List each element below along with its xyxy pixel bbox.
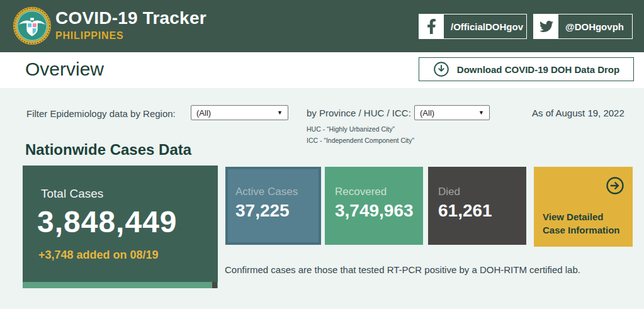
- facebook-link[interactable]: /OfficialDOHgov: [419, 14, 527, 39]
- total-cases-label: Total Cases: [41, 187, 103, 201]
- province-filter-dropdown[interactable]: (All) ▼: [414, 105, 490, 120]
- huc-definition-note: HUC - “Highly Urbanized City”: [307, 125, 395, 133]
- confirmed-cases-footnote: Confirmed cases are those that tested RT…: [225, 264, 580, 275]
- active-cases-value: 37,225: [235, 201, 290, 221]
- doh-seal-icon: [13, 6, 52, 45]
- total-card-scrollbar[interactable]: [23, 282, 218, 288]
- section-heading: Nationwide Cases Data: [25, 141, 191, 159]
- chevron-down-icon: ▼: [478, 110, 484, 116]
- scrollbar-thumb[interactable]: [212, 282, 217, 288]
- view-detailed-case-info-button[interactable]: View Detailed Case Information: [534, 167, 633, 247]
- chevron-down-icon: ▼: [277, 110, 283, 116]
- active-cases-card[interactable]: Active Cases 37,225: [225, 167, 321, 245]
- total-cases-card: Total Cases 3,848,449 +3,748 added on 08…: [23, 166, 218, 288]
- total-cases-delta: +3,748 added on 08/19: [38, 249, 159, 262]
- as-of-date: As of August 19, 2022: [532, 108, 624, 118]
- province-filter-label: by Province / HUC / ICC:: [307, 108, 411, 118]
- download-button-label: Download COVID-19 DOH Data Drop: [449, 64, 633, 75]
- app-title: COVID-19 Tracker: [55, 8, 206, 28]
- region-filter-dropdown[interactable]: (All) ▼: [191, 105, 288, 120]
- app-subtitle: PHILIPPINES: [55, 30, 206, 42]
- facebook-icon: [419, 14, 444, 38]
- twitter-link[interactable]: @DOHgovph: [533, 14, 633, 39]
- died-label: Died: [438, 186, 460, 198]
- died-card[interactable]: Died 61,261: [428, 167, 526, 245]
- download-data-drop-button[interactable]: Download COVID-19 DOH Data Drop: [419, 57, 634, 81]
- died-value: 61,261: [438, 201, 492, 221]
- active-cases-label: Active Cases: [235, 186, 298, 198]
- icc-definition-note: ICC - “Independent Component City”: [307, 137, 414, 144]
- recovered-label: Recovered: [335, 186, 387, 198]
- twitter-icon: [534, 14, 558, 38]
- total-cases-value: 3,848,449: [37, 205, 178, 239]
- recovered-value: 3,749,963: [335, 201, 414, 221]
- province-filter-value: (All): [420, 108, 434, 118]
- arrow-right-circle-icon: [606, 176, 624, 198]
- region-filter-value: (All): [196, 108, 211, 118]
- recovered-card[interactable]: Recovered 3,749,963: [325, 167, 423, 245]
- facebook-handle: /OfficialDOHgov: [444, 14, 523, 38]
- app-header: COVID-19 Tracker PHILIPPINES /OfficialDO…: [0, 0, 644, 52]
- twitter-handle: @DOHgovph: [558, 14, 624, 38]
- download-circle-icon: [433, 61, 449, 77]
- region-filter-label: Filter Epidemiology data by Region:: [26, 108, 176, 119]
- covid-tracker-dashboard: COVID-19 Tracker PHILIPPINES /OfficialDO…: [0, 0, 644, 309]
- view-detailed-case-info-label: View Detailed Case Information: [543, 210, 622, 237]
- page-title: Overview: [25, 59, 104, 80]
- header-title-block: COVID-19 Tracker PHILIPPINES: [55, 8, 206, 42]
